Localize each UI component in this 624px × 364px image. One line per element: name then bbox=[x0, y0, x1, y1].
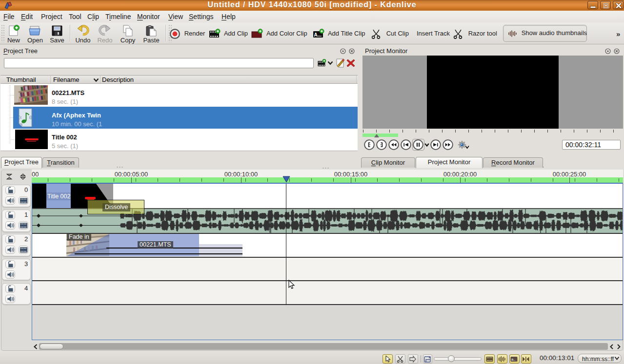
svg-text:a..: a.. bbox=[511, 357, 515, 362]
